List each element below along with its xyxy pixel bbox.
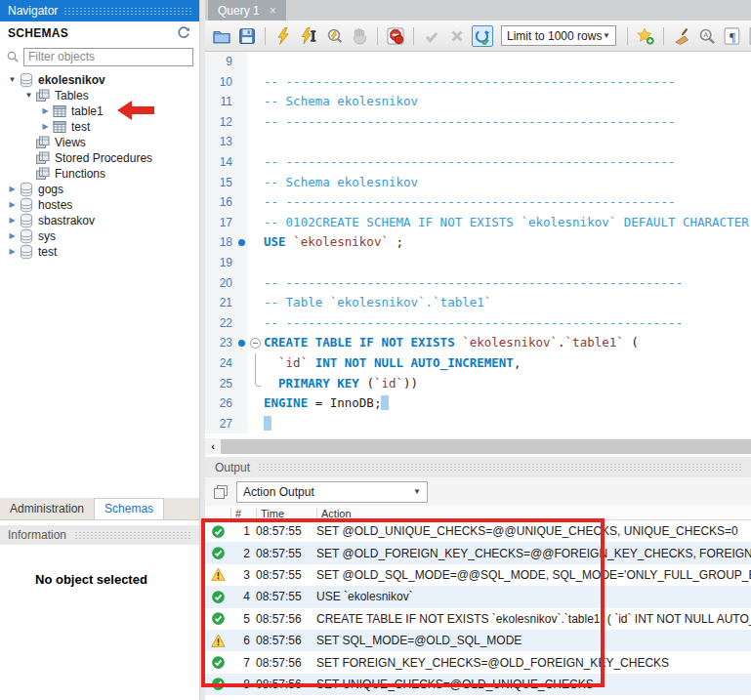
- open-script-icon[interactable]: [211, 25, 232, 47]
- chevron-down-icon: ▼: [603, 31, 610, 40]
- tree-item-label: ekolesnikov: [38, 72, 105, 88]
- query-tab[interactable]: Query 1 ×: [208, 0, 286, 21]
- scroll-left-icon[interactable]: ‹: [205, 440, 221, 452]
- beautify-script-icon[interactable]: [671, 25, 692, 47]
- toggle-wrapping-icon[interactable]: [747, 25, 751, 47]
- row-time: 08:57:55: [256, 524, 316, 538]
- output-header: Output: [205, 457, 751, 477]
- tree-item-hostes[interactable]: ▶hostes: [0, 197, 199, 213]
- code-text: CREATE TABLE IF NOT EXISTS `ekolesnikov`…: [264, 333, 751, 353]
- output-row-8[interactable]: 808:57:56SET UNIQUE_CHECKS=@OLD_UNIQUE_C…: [205, 674, 751, 695]
- tree-item-test[interactable]: ▶test: [0, 119, 199, 135]
- database-icon: [19, 213, 34, 228]
- tree-item-label: table1: [71, 103, 104, 119]
- execute-script-icon[interactable]: [272, 25, 294, 47]
- expander-icon[interactable]: ▶: [6, 244, 19, 260]
- expander-icon[interactable]: ▶: [39, 103, 52, 119]
- code-text: [264, 132, 751, 152]
- line-number: 12: [205, 112, 234, 133]
- expander-icon[interactable]: ▶: [6, 182, 19, 197]
- success-icon: [205, 546, 230, 560]
- success-icon: [205, 524, 230, 539]
- line-number: 19: [205, 253, 234, 273]
- tree-item-sys[interactable]: ▶sys: [0, 228, 199, 244]
- tree-item-tables[interactable]: ▼Tables: [0, 88, 199, 103]
- output-row-2[interactable]: 208:57:55SET @OLD_FOREIGN_KEY_CHECKS=@@F…: [205, 542, 751, 563]
- gutter: [234, 112, 248, 133]
- expander-icon[interactable]: ▶: [6, 228, 19, 244]
- code-line-17: 17-- 0102CREATE SCHEMA IF NOT EXISTS `ek…: [205, 213, 751, 233]
- scrollbar-thumb[interactable]: [221, 439, 751, 454]
- gutter: [234, 253, 248, 273]
- code-line-16: 16-- -----------------------------------…: [205, 192, 751, 213]
- tree-item-views[interactable]: Views: [0, 135, 199, 150]
- rollback-icon[interactable]: [446, 25, 468, 47]
- execute-current-statement-icon[interactable]: [298, 25, 319, 47]
- tab-schemas[interactable]: Schemas: [94, 498, 164, 519]
- code-text: `id` INT NOT NULL AUTO_INCREMENT,: [264, 353, 751, 374]
- tree-item-stored-procedures[interactable]: Stored Procedures: [0, 150, 199, 166]
- tree-item-test[interactable]: ▶test: [0, 244, 199, 260]
- expander-icon[interactable]: ▼: [22, 88, 35, 103]
- expander-icon[interactable]: ▶: [6, 213, 19, 228]
- save-snippet-icon[interactable]: [635, 25, 656, 47]
- output-row-4[interactable]: 408:57:55USE `ekolesnikov`: [205, 586, 751, 607]
- find-panel-icon[interactable]: A: [696, 25, 718, 47]
- output-row-1[interactable]: 108:57:55SET @OLD_UNIQUE_CHECKS=@@UNIQUE…: [205, 520, 751, 542]
- autocommit-toggle-icon[interactable]: [472, 25, 493, 47]
- tree-item-functions[interactable]: Functions: [0, 166, 199, 182]
- expander-icon[interactable]: ▶: [39, 119, 52, 135]
- editor-horizontal-scrollbar[interactable]: ‹: [205, 438, 751, 454]
- code-line-18: 18USE `ekolesnikov` ;: [205, 232, 751, 253]
- row-index: 3: [230, 568, 256, 582]
- line-number: 20: [205, 273, 234, 294]
- fold-column: [248, 353, 264, 374]
- row-time: 08:57:56: [256, 612, 316, 626]
- row-time: 08:57:55: [256, 547, 316, 560]
- code-line-20: 20-- -----------------------------------…: [205, 273, 751, 294]
- gutter: [234, 72, 248, 93]
- code-text: -- Schema ekolesnikov: [264, 173, 751, 193]
- stop-on-error-toggle-icon[interactable]: [385, 25, 406, 47]
- filter-objects-input[interactable]: [23, 48, 193, 66]
- expander-icon[interactable]: ▶: [6, 197, 19, 213]
- output-row-5[interactable]: 508:57:56CREATE TABLE IF NOT EXISTS `eko…: [205, 608, 751, 630]
- limit-rows-select[interactable]: Limit to 1000 rows▼: [501, 25, 616, 46]
- output-view-select[interactable]: Action Output ▼: [236, 481, 428, 503]
- toggle-invisibles-icon[interactable]: ¶: [722, 25, 743, 47]
- filter-row: [0, 45, 199, 68]
- row-action: SET FOREIGN_KEY_CHECKS=@OLD_FOREIGN_KEY_…: [316, 656, 751, 670]
- tab-administration[interactable]: Administration: [0, 499, 94, 519]
- output-grid-header: # Time Action: [205, 506, 751, 520]
- fold-column: [248, 173, 264, 193]
- tree-item-gogs[interactable]: ▶gogs: [0, 182, 199, 197]
- sql-code-editor[interactable]: 910-- ----------------------------------…: [205, 52, 751, 438]
- code-text: -- -------------------------------------…: [264, 152, 751, 173]
- fold-column: [248, 273, 264, 294]
- explain-plan-icon[interactable]: [323, 25, 345, 47]
- tree-item-ekolesnikov[interactable]: ▼ekolesnikov: [0, 72, 199, 88]
- row-time: 08:57:56: [256, 634, 316, 647]
- line-number: 14: [205, 152, 234, 173]
- output-row-3[interactable]: 308:57:55SET @OLD_SQL_MODE=@@SQL_MODE, S…: [205, 564, 751, 586]
- commit-icon[interactable]: [421, 25, 442, 47]
- output-row-7[interactable]: 708:57:56SET FOREIGN_KEY_CHECKS=@OLD_FOR…: [205, 651, 751, 673]
- line-number: 15: [205, 173, 234, 193]
- fold-toggle-icon[interactable]: [248, 333, 264, 353]
- stop-query-icon[interactable]: [349, 25, 370, 47]
- tree-item-sbastrakov[interactable]: ▶sbastrakov: [0, 213, 199, 228]
- close-tab-icon[interactable]: ×: [270, 4, 276, 18]
- fold-column: [248, 72, 264, 93]
- save-script-icon[interactable]: [236, 25, 258, 47]
- table-icon: [52, 119, 67, 135]
- output-row-6[interactable]: 608:57:56SET SQL_MODE=@OLD_SQL_MODE: [205, 630, 751, 651]
- expander-icon[interactable]: ▼: [6, 72, 19, 88]
- row-index: 6: [230, 634, 256, 647]
- database-icon: [19, 182, 34, 197]
- group-icon: [35, 135, 51, 150]
- tree-item-table1[interactable]: ▶table1: [0, 103, 199, 119]
- gutter: [234, 353, 248, 374]
- refresh-schemas-icon[interactable]: [176, 24, 191, 43]
- fold-column: [248, 393, 264, 414]
- fold-column: [248, 232, 264, 253]
